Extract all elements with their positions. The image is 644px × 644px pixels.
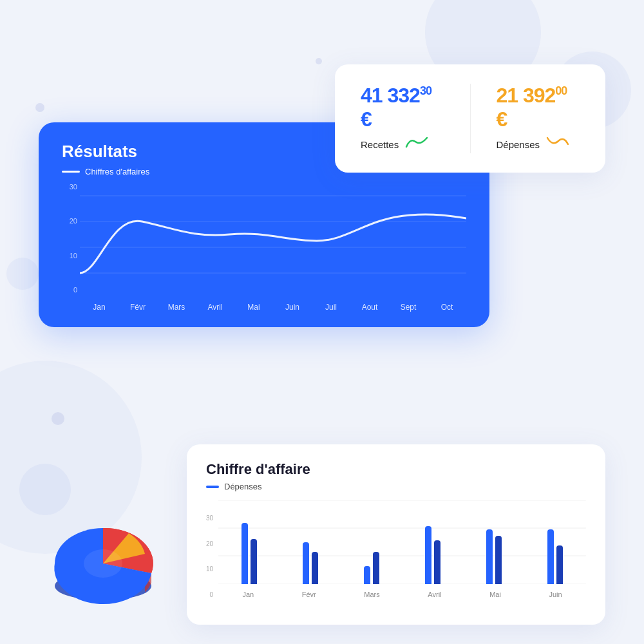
stats-card: 41 33230 € Recettes 21 39200 € Dépenses [335, 64, 605, 173]
x-label-aout: Aout [350, 303, 389, 312]
recettes-decimal: 30 [420, 84, 431, 97]
bar-y-20: 20 [206, 540, 213, 547]
bar-group-mars [341, 500, 402, 584]
y-label-30: 30 [62, 183, 77, 191]
x-label-fevr: Févr [118, 303, 157, 312]
bar-fevr-1 [303, 542, 309, 584]
bar-avril-1 [425, 526, 431, 584]
recettes-label: Recettes [361, 139, 399, 150]
pie-chart-container [39, 496, 167, 625]
depenses-stat: 21 39200 € Dépenses [496, 84, 580, 153]
x-label-jan: Jan [80, 303, 118, 312]
bar-x-mars: Mars [364, 591, 379, 598]
bar-juin-2 [556, 545, 563, 584]
x-label-oct: Oct [428, 303, 466, 312]
bar-x-mai: Mai [489, 591, 501, 598]
bar-fevr-2 [312, 552, 318, 584]
y-label-0: 0 [62, 286, 77, 294]
bar-chart-wrapper: 30 20 10 0 [206, 500, 586, 598]
bar-mai-2 [495, 536, 502, 584]
y-label-20: 20 [62, 217, 77, 225]
legend-label: Chiffres d'affaires [85, 167, 149, 176]
depenses-value: 21 39200 € [496, 84, 580, 131]
bottom-section: Chiffre d'affaire Dépenses 30 20 10 0 [0, 444, 644, 625]
depenses-currency: € [496, 108, 507, 131]
bar-jan-1 [242, 523, 248, 584]
recettes-stat: 41 33230 € Recettes [361, 84, 444, 153]
bar-chart-title: Chiffre d'affaire [206, 461, 586, 478]
bar-x-avril: Avril [428, 591, 441, 598]
bar-mars-2 [373, 552, 379, 584]
x-label-juil: Juil [312, 303, 350, 312]
bar-y-0: 0 [210, 591, 214, 598]
bar-mai-1 [486, 529, 493, 584]
bar-jan-2 [251, 539, 257, 584]
y-label-10: 10 [62, 252, 77, 260]
x-label-juin: Juin [273, 303, 312, 312]
bar-chart-legend: Dépenses [206, 482, 586, 491]
bar-legend-icon [206, 486, 219, 488]
svg-point-6 [84, 549, 122, 578]
bar-chart-card: Chiffre d'affaire Dépenses 30 20 10 0 [187, 444, 605, 625]
depenses-label: Dépenses [496, 139, 540, 150]
bar-group-mai [464, 500, 525, 584]
bar-juin-1 [547, 529, 554, 584]
bar-mars-1 [364, 566, 370, 584]
recettes-value: 41 33230 € [361, 84, 444, 131]
bar-x-jan: Jan [242, 591, 254, 598]
legend-line-icon [62, 171, 80, 173]
depenses-curve-icon [546, 135, 569, 153]
bar-group-avril [402, 500, 464, 584]
bar-group-fevr [279, 500, 341, 584]
x-label-sept: Sept [389, 303, 428, 312]
depenses-decimal: 00 [555, 84, 567, 97]
bar-y-30: 30 [206, 515, 213, 522]
bar-x-juin: Juin [549, 591, 562, 598]
recettes-main: 41 332 [361, 84, 420, 107]
recettes-currency: € [361, 108, 372, 131]
bar-group-jan [218, 500, 279, 584]
bar-y-10: 10 [206, 565, 213, 573]
x-label-mars: Mars [157, 303, 196, 312]
x-label-mai: Mai [234, 303, 273, 312]
recettes-curve-icon [405, 135, 428, 153]
pie-chart-svg [39, 496, 167, 625]
bar-avril-2 [434, 540, 440, 584]
bar-x-fevr: Févr [302, 591, 316, 598]
line-chart-svg [80, 183, 466, 298]
bar-legend-label: Dépenses [224, 482, 262, 491]
line-chart: 0 10 20 30 Jan Févr Mars Avril Mai Juin … [62, 183, 466, 312]
depenses-main: 21 392 [496, 84, 555, 107]
bar-group-juin [525, 500, 586, 584]
x-label-avril: Avril [196, 303, 234, 312]
bar-y-axis: 30 20 10 0 [206, 515, 213, 598]
